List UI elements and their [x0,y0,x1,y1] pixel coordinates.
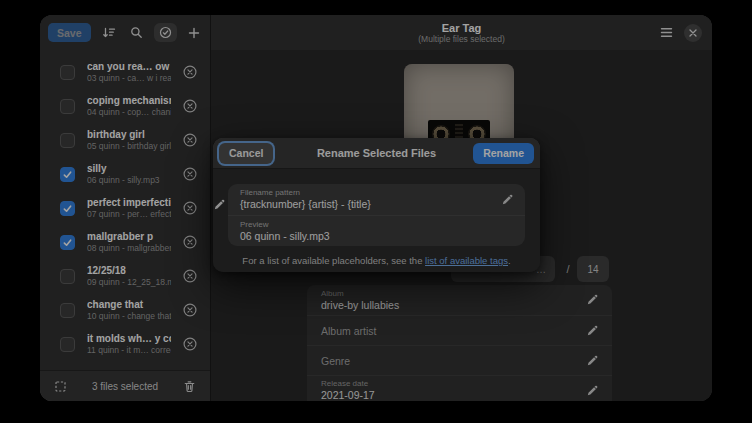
edit-pencil-icon[interactable] [228,184,525,246]
rename-dialog: Rename Selected Files Cancel Rename File… [213,138,540,272]
rename-dialog-body: Filename pattern{tracknumber} {artist} -… [213,184,540,266]
desktop-background: Save [0,0,752,423]
ear-tag-window: Save [40,15,712,401]
rename-field-row[interactable]: Preview06 quinn - silly.mp3 [228,215,525,246]
rename-fields-group: Filename pattern{tracknumber} {artist} -… [228,184,525,246]
